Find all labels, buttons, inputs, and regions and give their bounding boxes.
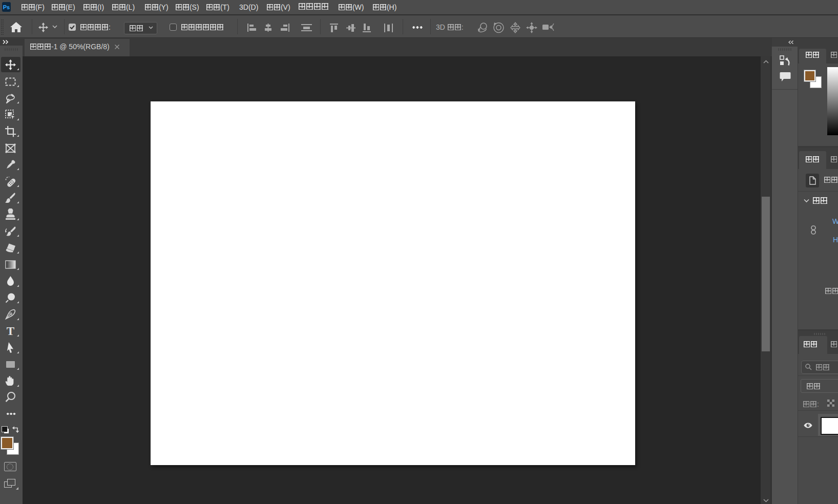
svg-text:T: T bbox=[7, 325, 14, 337]
